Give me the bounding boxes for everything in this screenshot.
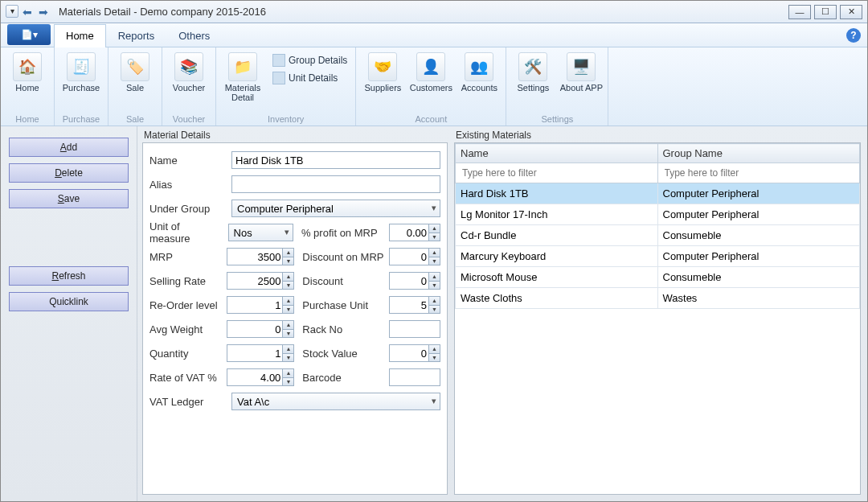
under-group-select[interactable]: Computer Peripheral [231, 200, 440, 217]
label-quantity: Quantity [149, 348, 222, 360]
rack-no-input[interactable] [389, 320, 440, 338]
existing-materials-heading: Existing Materials [454, 130, 861, 142]
delete-button[interactable]: Delete [9, 163, 129, 183]
work-area: Add Delete Save Refresh Quicklink Materi… [1, 126, 867, 501]
label-alias: Alias [149, 179, 227, 191]
ribbon-group-purchase: 🧾PurchasePurchase [55, 47, 108, 126]
col-name[interactable]: Name [456, 144, 658, 163]
ribbon-group-details[interactable]: Group Details [268, 52, 352, 68]
existing-materials-section: Existing Materials Name Group Name [454, 130, 861, 495]
col-group[interactable]: Group Name [657, 144, 860, 163]
label-name: Name [149, 154, 227, 167]
voucher-icon: 📚 [174, 52, 203, 81]
ribbon-group-inventory: 📁Materials DetailGroup DetailsUnit Detai… [216, 47, 356, 126]
application-menu-button[interactable]: 📄▾ [7, 24, 51, 45]
tab-home[interactable]: Home [54, 24, 106, 47]
table-row[interactable]: Lg Monitor 17-InchComputer Peripheral [456, 204, 860, 225]
ribbon-tabstrip: 📄▾ HomeReportsOthers ? [1, 23, 867, 47]
table-row[interactable]: Marcury KeyboardComputer Peripheral [456, 246, 860, 267]
close-button[interactable]: ✕ [840, 5, 862, 19]
help-icon[interactable]: ? [846, 28, 861, 43]
table-row[interactable]: Hard Disk 1TBComputer Peripheral [456, 183, 860, 204]
label-stock-value: Stock Value [299, 348, 384, 360]
app-window: ▾ ⬅ ➡ Materials Detail - Demo company 20… [0, 0, 868, 502]
title-bar: ▾ ⬅ ➡ Materials Detail - Demo company 20… [1, 1, 867, 23]
label-purchase-unit: Purchase Unit [299, 299, 384, 311]
forward-arrow-icon[interactable]: ➡ [36, 5, 51, 19]
purchase-icon: 🧾 [67, 52, 96, 81]
maximize-button[interactable]: ☐ [814, 5, 837, 19]
material-details-section: Material Details Name Alias Under Group … [142, 130, 448, 495]
sale-icon: 🏷️ [121, 52, 149, 81]
ribbon-home[interactable]: 🏠Home [4, 49, 51, 114]
about-app-icon: 🖥️ [567, 52, 596, 81]
materials-detail-icon: 📁 [228, 52, 257, 81]
uom-select[interactable]: Nos [228, 224, 293, 241]
ribbon-group-settings: 🛠️Settings🖥️About APPSettings [506, 47, 608, 126]
tab-others[interactable]: Others [166, 24, 222, 47]
ribbon-accounts[interactable]: 👥Accounts [456, 49, 502, 114]
spin-up-icon[interactable]: ▲ [428, 224, 440, 233]
label-discount: Discount [299, 275, 384, 287]
material-details-heading: Material Details [142, 130, 448, 142]
ribbon-group-account: 🤝Suppliers👤Customers👥AccountsAccount [356, 47, 506, 126]
ribbon-sale[interactable]: 🏷️Sale [112, 49, 158, 114]
label-barcode: Barcode [299, 372, 384, 384]
action-sidebar: Add Delete Save Refresh Quicklink [1, 126, 137, 501]
label-selling-rate: Selling Rate [149, 275, 222, 287]
alias-input[interactable] [231, 175, 440, 193]
filter-group-input[interactable] [663, 167, 855, 179]
name-input[interactable] [231, 151, 440, 169]
back-arrow-icon[interactable]: ⬅ [20, 5, 35, 19]
minimize-button[interactable]: — [788, 5, 811, 19]
unit-details-icon [272, 72, 285, 84]
table-row[interactable]: Cd-r BundleConsumeble [456, 225, 860, 246]
ribbon-about-app[interactable]: 🖥️About APP [558, 49, 604, 114]
vat-ledger-select[interactable]: Vat A\c [231, 393, 440, 410]
label-avg-weight: Avg Weight [149, 323, 222, 335]
customers-icon: 👤 [416, 52, 445, 81]
document-icon: 📄▾ [21, 29, 38, 40]
ribbon-group-voucher: 📚VoucherVoucher [162, 47, 216, 126]
tab-reports[interactable]: Reports [106, 24, 167, 47]
ribbon-unit-details[interactable]: Unit Details [268, 70, 352, 86]
ribbon-materials-detail[interactable]: 📁Materials Detail [219, 49, 266, 114]
ribbon-customers[interactable]: 👤Customers [407, 49, 454, 114]
table-row[interactable]: Waste ClothsWastes [456, 288, 860, 309]
ribbon-settings[interactable]: 🛠️Settings [510, 49, 556, 114]
dropdown-nav-icon[interactable]: ▾ [6, 5, 18, 18]
label-under-group: Under Group [149, 203, 227, 215]
ribbon: 🏠HomeHome🧾PurchasePurchase🏷️SaleSale📚Vou… [1, 47, 867, 126]
existing-materials-table: Name Group Name Hard Disk 1TBComputer Pe… [455, 143, 860, 309]
label-profit-mrp: % profit on MRP [298, 227, 384, 239]
ribbon-group-sale: 🏷️SaleSale [108, 47, 162, 126]
ribbon-voucher[interactable]: 📚Voucher [166, 49, 212, 114]
label-uom: Unit of measure [149, 220, 223, 245]
settings-icon: 🛠️ [518, 52, 547, 81]
label-mrp: MRP [149, 251, 222, 263]
label-disc-mrp: Discount on MRP [299, 251, 384, 263]
accounts-icon: 👥 [465, 52, 493, 81]
ribbon-group-home: 🏠HomeHome [1, 47, 55, 126]
ribbon-purchase[interactable]: 🧾Purchase [58, 49, 104, 114]
ribbon-suppliers[interactable]: 🤝Suppliers [359, 49, 406, 114]
home-icon: 🏠 [13, 52, 42, 81]
label-rack-no: Rack No [299, 323, 384, 335]
table-row[interactable]: Microsoft MouseConsumeble [456, 267, 860, 288]
label-reorder: Re-Order level [149, 299, 222, 311]
barcode-input[interactable] [389, 368, 440, 386]
suppliers-icon: 🤝 [368, 52, 397, 81]
label-vat-rate: Rate of VAT % [149, 372, 222, 384]
add-button[interactable]: Add [9, 138, 129, 157]
refresh-button[interactable]: Refresh [9, 266, 129, 286]
window-title: Materials Detail - Demo company 2015-201… [55, 6, 788, 18]
save-button[interactable]: Save [9, 189, 129, 208]
quicklink-button[interactable]: Quicklink [9, 292, 129, 311]
label-vat-ledger: VAT Ledger [149, 396, 227, 408]
filter-name-input[interactable] [461, 167, 653, 179]
spin-down-icon[interactable]: ▼ [428, 233, 440, 241]
group-details-icon [272, 54, 285, 67]
